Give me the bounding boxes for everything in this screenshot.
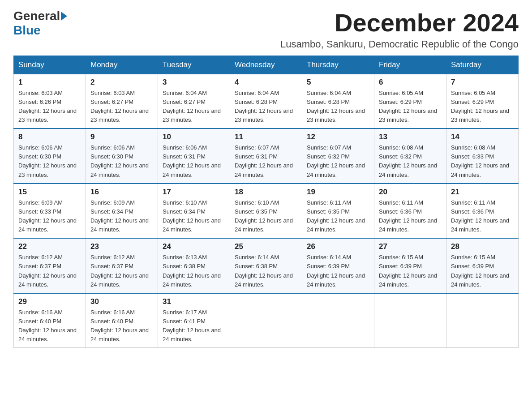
header-wednesday: Wednesday	[230, 56, 302, 74]
table-row: 24 Sunrise: 6:13 AM Sunset: 6:38 PM Dayl…	[158, 238, 230, 293]
day-number: 7	[451, 78, 514, 87]
calendar-week-row: 15 Sunrise: 6:09 AM Sunset: 6:33 PM Dayl…	[14, 184, 519, 239]
header-saturday: Saturday	[446, 56, 519, 74]
header-tuesday: Tuesday	[158, 56, 230, 74]
logo-general-text: General	[13, 9, 60, 23]
table-row: 13 Sunrise: 6:08 AM Sunset: 6:32 PM Dayl…	[374, 128, 446, 184]
day-number: 22	[18, 242, 81, 251]
calendar-week-row: 22 Sunrise: 6:12 AM Sunset: 6:37 PM Dayl…	[14, 238, 519, 293]
day-info: Sunrise: 6:11 AM Sunset: 6:36 PM Dayligh…	[379, 198, 442, 235]
table-row: 10 Sunrise: 6:06 AM Sunset: 6:31 PM Dayl…	[158, 128, 230, 184]
day-number: 29	[18, 297, 81, 306]
day-info: Sunrise: 6:08 AM Sunset: 6:33 PM Dayligh…	[451, 143, 514, 180]
day-number: 2	[90, 78, 153, 87]
day-info: Sunrise: 6:14 AM Sunset: 6:39 PM Dayligh…	[307, 253, 369, 289]
table-row: 28 Sunrise: 6:15 AM Sunset: 6:39 PM Dayl…	[446, 238, 519, 293]
day-info: Sunrise: 6:09 AM Sunset: 6:33 PM Dayligh…	[18, 198, 81, 235]
day-number: 4	[235, 78, 297, 87]
day-info: Sunrise: 6:05 AM Sunset: 6:29 PM Dayligh…	[451, 89, 514, 125]
day-info: Sunrise: 6:15 AM Sunset: 6:39 PM Dayligh…	[451, 253, 514, 289]
logo: General Blue	[13, 9, 67, 38]
table-row: 12 Sunrise: 6:07 AM Sunset: 6:32 PM Dayl…	[302, 128, 374, 184]
day-info: Sunrise: 6:04 AM Sunset: 6:28 PM Dayligh…	[235, 89, 297, 125]
table-row: 22 Sunrise: 6:12 AM Sunset: 6:37 PM Dayl…	[14, 238, 86, 293]
day-number: 8	[18, 133, 81, 141]
table-row: 26 Sunrise: 6:14 AM Sunset: 6:39 PM Dayl…	[302, 238, 374, 293]
day-info: Sunrise: 6:04 AM Sunset: 6:28 PM Dayligh…	[307, 89, 369, 125]
logo-blue-part	[60, 12, 67, 21]
table-row: 8 Sunrise: 6:06 AM Sunset: 6:30 PM Dayli…	[14, 128, 86, 184]
day-info: Sunrise: 6:06 AM Sunset: 6:30 PM Dayligh…	[90, 143, 153, 180]
page-header: General Blue December 2024 Lusambo, Sank…	[13, 9, 519, 50]
header-monday: Monday	[86, 56, 158, 74]
day-number: 10	[163, 133, 225, 141]
table-row: 30 Sunrise: 6:16 AM Sunset: 6:40 PM Dayl…	[86, 293, 158, 348]
table-row: 6 Sunrise: 6:05 AM Sunset: 6:29 PM Dayli…	[374, 74, 446, 128]
day-info: Sunrise: 6:06 AM Sunset: 6:31 PM Dayligh…	[163, 143, 225, 180]
table-row: 27 Sunrise: 6:15 AM Sunset: 6:39 PM Dayl…	[374, 238, 446, 293]
table-row: 17 Sunrise: 6:10 AM Sunset: 6:34 PM Dayl…	[158, 184, 230, 239]
day-number: 17	[163, 188, 225, 197]
table-row: 2 Sunrise: 6:03 AM Sunset: 6:27 PM Dayli…	[86, 74, 158, 128]
table-row: 11 Sunrise: 6:07 AM Sunset: 6:31 PM Dayl…	[230, 128, 302, 184]
day-number: 27	[379, 242, 442, 251]
table-row: 23 Sunrise: 6:12 AM Sunset: 6:37 PM Dayl…	[86, 238, 158, 293]
table-row	[302, 293, 374, 348]
day-info: Sunrise: 6:09 AM Sunset: 6:34 PM Dayligh…	[90, 198, 153, 235]
logo-blue-text: Blue	[13, 23, 41, 38]
day-number: 6	[379, 78, 442, 87]
day-number: 15	[18, 188, 81, 197]
day-info: Sunrise: 6:14 AM Sunset: 6:38 PM Dayligh…	[235, 253, 297, 289]
day-number: 12	[307, 133, 369, 141]
calendar-week-row: 1 Sunrise: 6:03 AM Sunset: 6:26 PM Dayli…	[14, 74, 519, 128]
table-row: 5 Sunrise: 6:04 AM Sunset: 6:28 PM Dayli…	[302, 74, 374, 128]
day-info: Sunrise: 6:10 AM Sunset: 6:34 PM Dayligh…	[163, 198, 225, 235]
table-row: 15 Sunrise: 6:09 AM Sunset: 6:33 PM Dayl…	[14, 184, 86, 239]
day-info: Sunrise: 6:12 AM Sunset: 6:37 PM Dayligh…	[18, 253, 81, 289]
day-number: 28	[451, 242, 514, 251]
location-title: Lusambo, Sankuru, Democratic Republic of…	[280, 39, 519, 50]
table-row	[446, 293, 519, 348]
day-info: Sunrise: 6:03 AM Sunset: 6:26 PM Dayligh…	[18, 89, 81, 125]
day-number: 3	[163, 78, 225, 87]
table-row: 7 Sunrise: 6:05 AM Sunset: 6:29 PM Dayli…	[446, 74, 519, 128]
table-row: 16 Sunrise: 6:09 AM Sunset: 6:34 PM Dayl…	[86, 184, 158, 239]
day-number: 1	[18, 78, 81, 87]
table-row: 20 Sunrise: 6:11 AM Sunset: 6:36 PM Dayl…	[374, 184, 446, 239]
table-row: 31 Sunrise: 6:17 AM Sunset: 6:41 PM Dayl…	[158, 293, 230, 348]
month-title: December 2024	[280, 9, 519, 37]
calendar-table: Sunday Monday Tuesday Wednesday Thursday…	[13, 56, 519, 348]
day-info: Sunrise: 6:07 AM Sunset: 6:32 PM Dayligh…	[307, 143, 369, 180]
day-info: Sunrise: 6:10 AM Sunset: 6:35 PM Dayligh…	[235, 198, 297, 235]
day-number: 16	[90, 188, 153, 197]
logo-arrow-icon	[61, 12, 67, 21]
day-number: 13	[379, 133, 442, 141]
table-row: 9 Sunrise: 6:06 AM Sunset: 6:30 PM Dayli…	[86, 128, 158, 184]
day-number: 25	[235, 242, 297, 251]
calendar-week-row: 29 Sunrise: 6:16 AM Sunset: 6:40 PM Dayl…	[14, 293, 519, 348]
day-number: 20	[379, 188, 442, 197]
day-info: Sunrise: 6:05 AM Sunset: 6:29 PM Dayligh…	[379, 89, 442, 125]
table-row: 3 Sunrise: 6:04 AM Sunset: 6:27 PM Dayli…	[158, 74, 230, 128]
day-info: Sunrise: 6:03 AM Sunset: 6:27 PM Dayligh…	[90, 89, 153, 125]
day-info: Sunrise: 6:16 AM Sunset: 6:40 PM Dayligh…	[18, 308, 81, 344]
day-info: Sunrise: 6:16 AM Sunset: 6:40 PM Dayligh…	[90, 308, 153, 344]
table-row: 19 Sunrise: 6:11 AM Sunset: 6:35 PM Dayl…	[302, 184, 374, 239]
calendar-header-row: Sunday Monday Tuesday Wednesday Thursday…	[14, 56, 519, 74]
day-number: 19	[307, 188, 369, 197]
day-number: 24	[163, 242, 225, 251]
day-number: 11	[235, 133, 297, 141]
table-row: 14 Sunrise: 6:08 AM Sunset: 6:33 PM Dayl…	[446, 128, 519, 184]
header-friday: Friday	[374, 56, 446, 74]
day-info: Sunrise: 6:11 AM Sunset: 6:36 PM Dayligh…	[451, 198, 514, 235]
table-row: 4 Sunrise: 6:04 AM Sunset: 6:28 PM Dayli…	[230, 74, 302, 128]
day-info: Sunrise: 6:07 AM Sunset: 6:31 PM Dayligh…	[235, 143, 297, 180]
header-sunday: Sunday	[14, 56, 86, 74]
table-row: 21 Sunrise: 6:11 AM Sunset: 6:36 PM Dayl…	[446, 184, 519, 239]
day-info: Sunrise: 6:15 AM Sunset: 6:39 PM Dayligh…	[379, 253, 442, 289]
day-number: 9	[90, 133, 153, 141]
day-number: 21	[451, 188, 514, 197]
day-info: Sunrise: 6:06 AM Sunset: 6:30 PM Dayligh…	[18, 143, 81, 180]
table-row: 18 Sunrise: 6:10 AM Sunset: 6:35 PM Dayl…	[230, 184, 302, 239]
day-info: Sunrise: 6:17 AM Sunset: 6:41 PM Dayligh…	[163, 308, 225, 344]
